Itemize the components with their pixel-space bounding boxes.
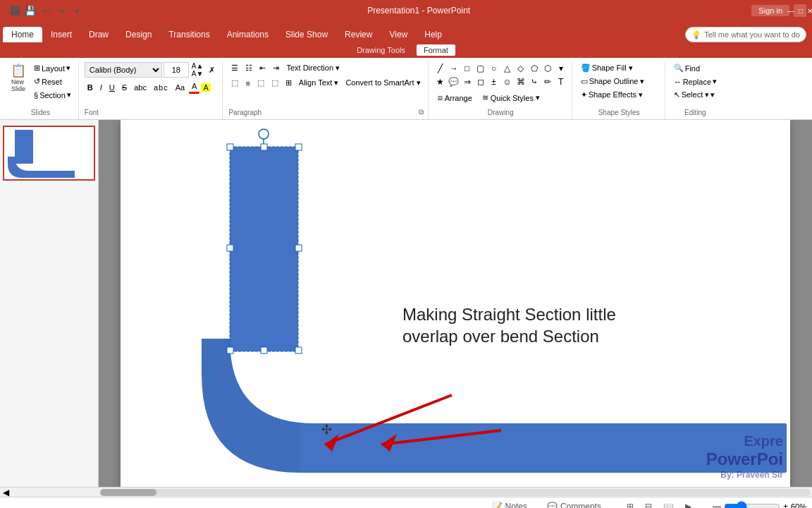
paragraph-dialog-launcher[interactable]: ⧉ [419,108,424,116]
font-group: Calibri (Body) A▲ A▼ ✗ B I U S abc abc A… [80,61,223,119]
tab-design[interactable]: Design [117,27,160,42]
diamond-shape[interactable]: ◇ [515,62,527,75]
change-case-button[interactable]: Aa [173,82,187,93]
tab-help[interactable]: Help [416,27,450,42]
layout-button[interactable]: ⊞ Layout ▾ [31,62,74,74]
redo-button[interactable]: ↪ [55,4,68,17]
canvas-area: ✣ Making Straight Section little overlap… [99,120,812,487]
strikethrough-button[interactable]: S [119,82,130,93]
star-shape[interactable]: ★ [434,75,447,88]
textbox-shape[interactable]: T [555,75,567,88]
block-arrow-shape[interactable]: ⇒ [461,75,474,88]
freeform-shape[interactable]: ✏ [541,75,554,88]
tab-review[interactable]: Review [336,27,381,42]
decrease-font-button[interactable]: A▼ [190,70,205,78]
tab-view[interactable]: View [381,27,416,42]
horizontal-scrollbar[interactable] [99,488,812,497]
quick-styles-button[interactable]: ≋ Quick Styles ▾ [479,91,543,104]
ribbon-shape[interactable]: ⌘ [515,75,527,88]
flowchart-shape[interactable]: ◻ [474,75,487,88]
triangle-shape[interactable]: △ [501,62,514,75]
font-size-input[interactable] [164,62,189,78]
rectangle-shape[interactable]: □ [461,62,474,75]
sign-in-button[interactable]: Sign in [751,5,789,16]
tab-draw[interactable]: Draw [80,27,117,42]
align-text-button[interactable]: Align Text ▾ [296,77,342,89]
zoom-level[interactable]: 60% [791,502,806,509]
comments-tab[interactable]: 💬 Comments [543,500,605,509]
shape-fill-button[interactable]: 🪣 Shape Fill ▾ [578,62,636,74]
format-tab[interactable]: Format [417,44,455,56]
connector-shape[interactable]: ⤷ [528,75,541,88]
hexagon-shape[interactable]: ⬡ [541,62,554,75]
tab-slideshow[interactable]: Slide Show [277,27,336,42]
align-left-button[interactable]: ⬚ [228,77,241,89]
scroll-left-button[interactable]: ◀ [0,488,11,497]
slide-thumbnail-1[interactable] [3,126,95,181]
decrease-indent-button[interactable]: ⇤ [257,62,269,74]
columns-button[interactable]: ⊞ [283,77,295,89]
notes-tab[interactable]: 📝 Notes [488,500,531,509]
undo-button[interactable]: ↩ [39,4,52,17]
section-button[interactable]: § Section ▾ [31,89,74,101]
replace-button[interactable]: ↔ Replace ▾ [671,75,720,87]
zoom-in-button[interactable]: + [783,502,788,509]
align-center-button[interactable]: ≡ [242,78,252,89]
shape-outline-button[interactable]: ▭ Shape Outline ▾ [578,75,648,87]
font-family-select[interactable]: Calibri (Body) [85,62,162,78]
minimize-button[interactable]: — [787,7,794,15]
convert-smartart-button[interactable]: Convert to SmartArt ▾ [343,77,423,89]
reading-view-button[interactable]: 📖 [659,500,678,509]
numbering-button[interactable]: ☷ [242,62,255,74]
arrange-button[interactable]: ⧇ Arrange [434,91,476,104]
comments-label: Comments [560,502,601,509]
more-shapes[interactable]: ▾ [555,62,567,75]
normal-view-button[interactable]: ⊞ [622,500,638,509]
font-color-button[interactable]: A [189,80,199,94]
justify-button[interactable]: ⬚ [269,77,281,89]
increase-font-button[interactable]: A▲ [190,62,205,70]
align-right-button[interactable]: ⬚ [254,77,267,89]
text-direction-button[interactable]: Text Direction ▾ [283,62,343,74]
tell-me-search[interactable]: 💡 Tell me what you want to do [685,27,806,42]
text-highlight-button[interactable]: A [201,83,210,92]
zoom-slider[interactable] [724,501,780,509]
scrollbar-track[interactable] [100,489,811,496]
restore-button[interactable]: □ [799,7,803,15]
pentagon-shape[interactable]: ⬠ [528,62,541,75]
tab-transitions[interactable]: Transitions [160,27,218,42]
save-button[interactable]: 💾 [24,4,37,17]
scrollbar-area: ◀ [0,487,812,497]
smiley-shape[interactable]: ☺ [501,75,514,88]
close-button[interactable]: ✕ [807,7,812,15]
tab-home[interactable]: Home [3,27,42,42]
bullets-button[interactable]: ☰ [228,62,241,74]
italic-button[interactable]: I [97,82,105,93]
customize-qa-button[interactable]: ▾ [70,4,83,17]
arrow-shape[interactable]: → [448,62,460,75]
new-slide-button[interactable]: 📋 NewSlide [7,62,30,95]
increase-indent-button[interactable]: ⇥ [270,62,282,74]
shadow-button[interactable]: abc [131,82,149,93]
scrollbar-thumb[interactable] [100,489,156,496]
slide-show-button[interactable]: ▶ [681,500,696,509]
line-shape[interactable]: ╱ [434,62,447,75]
bold-button[interactable]: B [85,82,96,93]
slide-sorter-button[interactable]: ⊟ [641,500,656,509]
select-button[interactable]: ↖ Select ▾ ▾ [671,89,718,101]
zoom-out-button[interactable]: — [713,502,721,509]
oval-shape[interactable]: ○ [488,62,500,75]
shape-effects-button[interactable]: ✦ Shape Effects ▾ [578,89,646,101]
find-button[interactable]: 🔍 Find [671,62,703,74]
slides-group: 📋 NewSlide ⊞ Layout ▾ ↺ Reset § Section … [3,61,79,119]
equation-shape[interactable]: ± [488,75,500,88]
char-spacing-button[interactable]: abc [151,82,171,93]
reset-button[interactable]: ↺ Reset [31,75,74,87]
new-slide-icon: 📋 [11,64,26,77]
rounded-rect-shape[interactable]: ▢ [474,62,487,75]
clear-format-button[interactable]: ✗ [206,64,218,76]
callout-shape[interactable]: 💬 [448,75,460,88]
tab-insert[interactable]: Insert [42,27,80,42]
underline-button[interactable]: U [106,82,118,93]
tab-animations[interactable]: Animations [219,27,277,42]
